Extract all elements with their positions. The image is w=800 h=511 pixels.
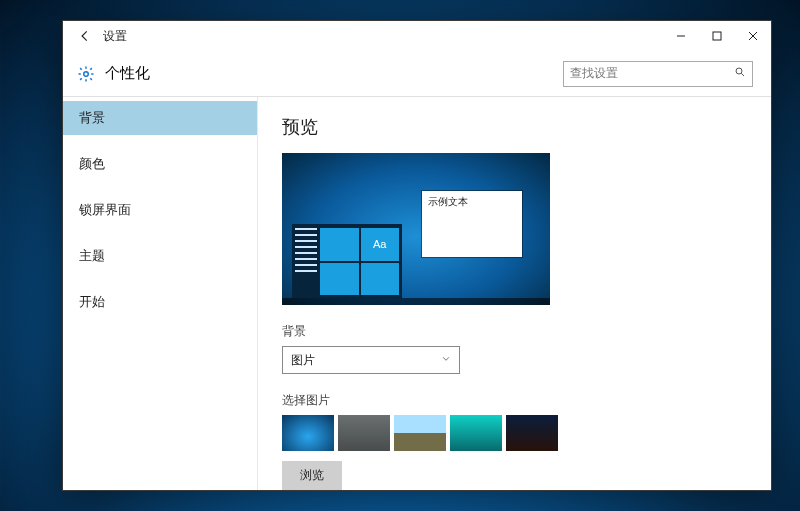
sidebar-item-start[interactable]: 开始 — [63, 285, 257, 319]
page-title: 个性化 — [105, 64, 150, 83]
sidebar-item-themes[interactable]: 主题 — [63, 239, 257, 273]
preview-tile-aa: Aa — [361, 228, 400, 261]
search-input[interactable]: 查找设置 — [563, 61, 753, 87]
sidebar-item-label: 背景 — [79, 110, 105, 125]
sidebar-item-label: 开始 — [79, 294, 105, 309]
preview-taskbar — [282, 298, 550, 305]
svg-rect-1 — [713, 32, 721, 40]
picture-thumb[interactable] — [338, 415, 390, 451]
sidebar-item-colors[interactable]: 颜色 — [63, 147, 257, 181]
browse-button[interactable]: 浏览 — [282, 461, 342, 490]
window-controls — [663, 21, 771, 51]
search-placeholder: 查找设置 — [570, 65, 734, 82]
sidebar-item-background[interactable]: 背景 — [63, 101, 257, 135]
picture-thumb[interactable] — [282, 415, 334, 451]
sidebar-item-lockscreen[interactable]: 锁屏界面 — [63, 193, 257, 227]
picture-thumb[interactable] — [394, 415, 446, 451]
sidebar: 背景 颜色 锁屏界面 主题 开始 — [63, 97, 258, 490]
background-dropdown[interactable]: 图片 — [282, 346, 460, 374]
window-title: 设置 — [103, 28, 127, 45]
background-dropdown-value: 图片 — [291, 352, 441, 369]
desktop-preview: Aa 示例文本 — [282, 153, 550, 305]
search-icon — [734, 66, 746, 81]
preview-start-menu: Aa — [292, 224, 402, 298]
window-minimize-button[interactable] — [663, 21, 699, 51]
window-titlebar: 设置 — [63, 21, 771, 51]
preview-sample-window: 示例文本 — [422, 191, 522, 257]
window-maximize-button[interactable] — [699, 21, 735, 51]
choose-picture-label: 选择图片 — [282, 392, 743, 409]
gear-icon — [77, 65, 95, 83]
svg-line-6 — [741, 73, 744, 76]
sidebar-item-label: 锁屏界面 — [79, 202, 131, 217]
content-pane: 预览 Aa 示例文本 背景 — [258, 97, 771, 490]
sidebar-item-label: 颜色 — [79, 156, 105, 171]
svg-point-5 — [736, 68, 742, 74]
preview-heading: 预览 — [282, 115, 743, 139]
background-label: 背景 — [282, 323, 743, 340]
chevron-down-icon — [441, 354, 451, 366]
browse-button-label: 浏览 — [300, 468, 324, 482]
window-close-button[interactable] — [735, 21, 771, 51]
picture-thumbnails — [282, 415, 743, 451]
svg-point-4 — [84, 71, 89, 76]
back-button[interactable] — [71, 21, 99, 51]
page-header: 个性化 查找设置 — [63, 51, 771, 97]
settings-window: 设置 个性化 查找设置 — [62, 20, 772, 491]
picture-thumb[interactable] — [506, 415, 558, 451]
picture-thumb[interactable] — [450, 415, 502, 451]
preview-sample-text: 示例文本 — [428, 196, 468, 207]
sidebar-item-label: 主题 — [79, 248, 105, 263]
